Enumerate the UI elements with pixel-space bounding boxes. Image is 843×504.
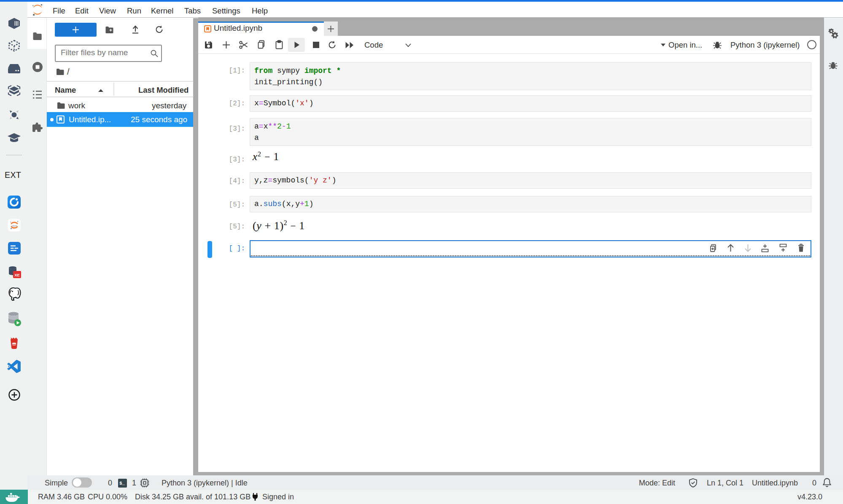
svg-text:jupyter: jupyter — [11, 225, 17, 227]
svg-text:XE: XE — [14, 273, 20, 277]
